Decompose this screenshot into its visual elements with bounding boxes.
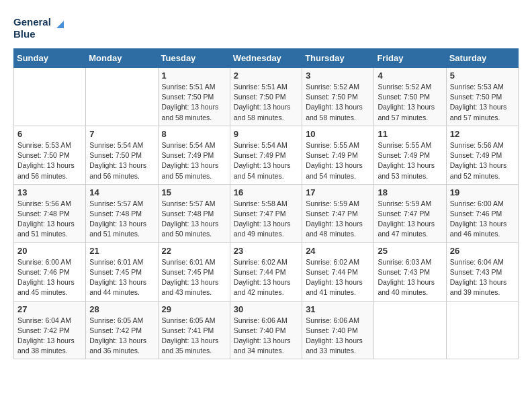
calendar-cell: 2 Sunrise: 5:51 AMSunset: 7:50 PMDayligh… [230, 68, 302, 126]
day-number: 25 [378, 246, 442, 256]
day-number: 9 [234, 129, 298, 139]
week-row-1: 1 Sunrise: 5:51 AMSunset: 7:50 PMDayligh… [14, 68, 519, 126]
calendar-cell: 28 Sunrise: 6:05 AMSunset: 7:42 PMDaylig… [86, 301, 158, 359]
calendar-cell: 15 Sunrise: 5:57 AMSunset: 7:48 PMDaylig… [158, 184, 230, 242]
day-number: 2 [234, 71, 298, 81]
day-info: Sunrise: 5:52 AMSunset: 7:50 PMDaylight:… [306, 82, 370, 123]
day-info: Sunrise: 5:56 AMSunset: 7:49 PMDaylight:… [450, 140, 515, 181]
day-info: Sunrise: 5:51 AMSunset: 7:50 PMDaylight:… [162, 82, 226, 123]
calendar-cell: 12 Sunrise: 5:56 AMSunset: 7:49 PMDaylig… [446, 126, 518, 184]
calendar-cell: 29 Sunrise: 6:05 AMSunset: 7:41 PMDaylig… [158, 301, 230, 359]
calendar-cell: 14 Sunrise: 5:57 AMSunset: 7:48 PMDaylig… [86, 184, 158, 242]
calendar-cell [14, 68, 86, 126]
day-info: Sunrise: 6:02 AMSunset: 7:44 PMDaylight:… [234, 257, 298, 298]
day-info: Sunrise: 5:51 AMSunset: 7:50 PMDaylight:… [234, 82, 298, 123]
day-info: Sunrise: 6:05 AMSunset: 7:41 PMDaylight:… [162, 316, 226, 357]
day-info: Sunrise: 6:01 AMSunset: 7:45 PMDaylight:… [89, 257, 154, 298]
week-row-2: 6 Sunrise: 5:53 AMSunset: 7:50 PMDayligh… [14, 126, 519, 184]
day-number: 19 [450, 187, 515, 197]
day-info: Sunrise: 5:56 AMSunset: 7:48 PMDaylight:… [17, 199, 82, 240]
day-number: 14 [89, 187, 154, 197]
weekday-header-monday: Monday [86, 49, 158, 68]
day-info: Sunrise: 6:03 AMSunset: 7:43 PMDaylight:… [378, 257, 442, 298]
day-info: Sunrise: 6:04 AMSunset: 7:43 PMDaylight:… [450, 257, 515, 298]
svg-marker-2 [56, 21, 64, 28]
week-row-5: 27 Sunrise: 6:04 AMSunset: 7:42 PMDaylig… [14, 301, 519, 359]
weekday-header-wednesday: Wednesday [230, 49, 302, 68]
weekday-header-sunday: Sunday [14, 49, 86, 68]
day-info: Sunrise: 5:54 AMSunset: 7:49 PMDaylight:… [234, 140, 298, 181]
calendar-cell: 11 Sunrise: 5:55 AMSunset: 7:49 PMDaylig… [374, 126, 446, 184]
calendar-cell: 1 Sunrise: 5:51 AMSunset: 7:50 PMDayligh… [158, 68, 230, 126]
calendar-cell: 23 Sunrise: 6:02 AMSunset: 7:44 PMDaylig… [230, 242, 302, 301]
day-number: 26 [450, 246, 515, 256]
day-number: 21 [89, 246, 154, 256]
weekday-header-friday: Friday [374, 49, 446, 68]
weekday-header-thursday: Thursday [302, 49, 374, 68]
day-number: 18 [378, 187, 442, 197]
day-info: Sunrise: 6:02 AMSunset: 7:44 PMDaylight:… [306, 257, 370, 298]
day-number: 3 [306, 71, 370, 81]
calendar-cell: 22 Sunrise: 6:01 AMSunset: 7:45 PMDaylig… [158, 242, 230, 301]
calendar-cell: 9 Sunrise: 5:54 AMSunset: 7:49 PMDayligh… [230, 126, 302, 184]
calendar-cell: 6 Sunrise: 5:53 AMSunset: 7:50 PMDayligh… [14, 126, 86, 184]
day-info: Sunrise: 5:55 AMSunset: 7:49 PMDaylight:… [378, 140, 442, 181]
day-number: 24 [306, 246, 370, 256]
calendar-cell: 4 Sunrise: 5:52 AMSunset: 7:50 PMDayligh… [374, 68, 446, 126]
day-number: 22 [162, 246, 226, 256]
day-info: Sunrise: 5:53 AMSunset: 7:50 PMDaylight:… [17, 140, 82, 181]
day-info: Sunrise: 5:54 AMSunset: 7:50 PMDaylight:… [89, 140, 154, 181]
day-number: 8 [162, 129, 226, 139]
day-number: 31 [306, 304, 370, 314]
day-info: Sunrise: 6:04 AMSunset: 7:42 PMDaylight:… [17, 316, 82, 357]
day-info: Sunrise: 6:00 AMSunset: 7:46 PMDaylight:… [450, 199, 515, 240]
week-row-3: 13 Sunrise: 5:56 AMSunset: 7:48 PMDaylig… [14, 184, 519, 242]
weekday-header-saturday: Saturday [446, 49, 518, 68]
day-number: 7 [89, 129, 154, 139]
calendar-cell: 26 Sunrise: 6:04 AMSunset: 7:43 PMDaylig… [446, 242, 518, 301]
day-number: 10 [306, 129, 370, 139]
calendar-cell: 13 Sunrise: 5:56 AMSunset: 7:48 PMDaylig… [14, 184, 86, 242]
day-info: Sunrise: 5:57 AMSunset: 7:48 PMDaylight:… [89, 199, 154, 240]
week-row-4: 20 Sunrise: 6:00 AMSunset: 7:46 PMDaylig… [14, 242, 519, 301]
day-info: Sunrise: 5:53 AMSunset: 7:50 PMDaylight:… [450, 82, 515, 123]
day-info: Sunrise: 6:06 AMSunset: 7:40 PMDaylight:… [234, 316, 298, 357]
calendar-cell: 30 Sunrise: 6:06 AMSunset: 7:40 PMDaylig… [230, 301, 302, 359]
day-number: 5 [450, 71, 515, 81]
day-number: 6 [17, 129, 82, 139]
calendar-cell: 19 Sunrise: 6:00 AMSunset: 7:46 PMDaylig… [446, 184, 518, 242]
calendar-cell [374, 301, 446, 359]
day-number: 29 [162, 304, 226, 314]
day-number: 11 [378, 129, 442, 139]
calendar-cell: 24 Sunrise: 6:02 AMSunset: 7:44 PMDaylig… [302, 242, 374, 301]
day-info: Sunrise: 6:06 AMSunset: 7:40 PMDaylight:… [306, 316, 370, 357]
day-number: 23 [234, 246, 298, 256]
calendar-cell: 10 Sunrise: 5:55 AMSunset: 7:49 PMDaylig… [302, 126, 374, 184]
page-header: General Blue [13, 13, 519, 42]
day-number: 20 [17, 246, 82, 256]
day-number: 12 [450, 129, 515, 139]
day-number: 30 [234, 304, 298, 314]
calendar-cell: 8 Sunrise: 5:54 AMSunset: 7:49 PMDayligh… [158, 126, 230, 184]
day-info: Sunrise: 6:00 AMSunset: 7:46 PMDaylight:… [17, 257, 82, 298]
calendar-cell [446, 301, 518, 359]
day-number: 16 [234, 187, 298, 197]
day-number: 1 [162, 71, 226, 81]
day-number: 28 [89, 304, 154, 314]
day-info: Sunrise: 5:59 AMSunset: 7:47 PMDaylight:… [306, 199, 370, 240]
calendar-cell: 31 Sunrise: 6:06 AMSunset: 7:40 PMDaylig… [302, 301, 374, 359]
calendar-cell [86, 68, 158, 126]
day-info: Sunrise: 5:58 AMSunset: 7:47 PMDaylight:… [234, 199, 298, 240]
svg-text:General: General [13, 16, 51, 28]
day-info: Sunrise: 6:01 AMSunset: 7:45 PMDaylight:… [162, 257, 226, 298]
day-number: 13 [17, 187, 82, 197]
logo-svg: General Blue [13, 13, 67, 42]
day-info: Sunrise: 5:52 AMSunset: 7:50 PMDaylight:… [378, 82, 442, 123]
calendar-cell: 18 Sunrise: 5:59 AMSunset: 7:47 PMDaylig… [374, 184, 446, 242]
calendar-cell: 3 Sunrise: 5:52 AMSunset: 7:50 PMDayligh… [302, 68, 374, 126]
day-info: Sunrise: 5:57 AMSunset: 7:48 PMDaylight:… [162, 199, 226, 240]
day-info: Sunrise: 5:54 AMSunset: 7:49 PMDaylight:… [162, 140, 226, 181]
day-info: Sunrise: 6:05 AMSunset: 7:42 PMDaylight:… [89, 316, 154, 357]
day-number: 4 [378, 71, 442, 81]
day-number: 17 [306, 187, 370, 197]
